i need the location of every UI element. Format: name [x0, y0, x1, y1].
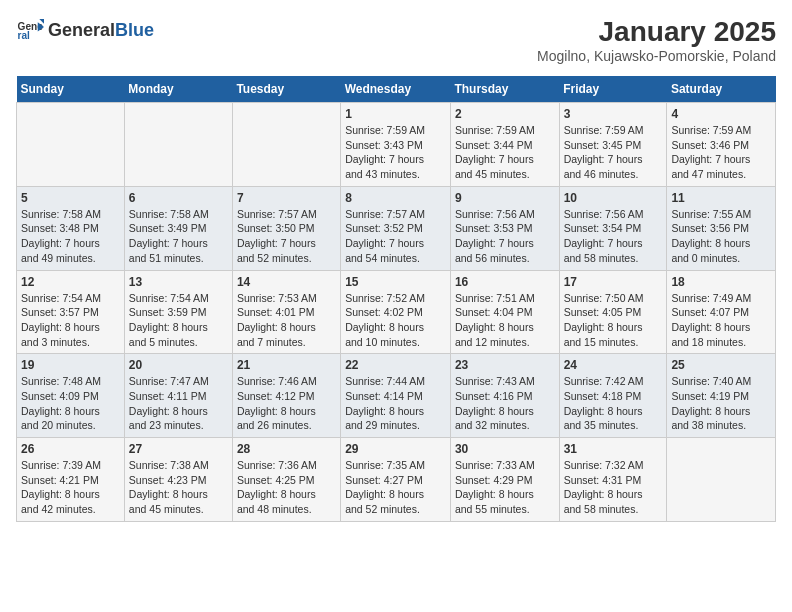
calendar-week-row: 12Sunrise: 7:54 AM Sunset: 3:57 PM Dayli… — [17, 270, 776, 354]
calendar-cell — [17, 103, 125, 187]
day-info: Sunrise: 7:55 AM Sunset: 3:56 PM Dayligh… — [671, 207, 771, 266]
calendar-cell — [667, 438, 776, 522]
day-number: 13 — [129, 275, 228, 289]
calendar-cell: 3Sunrise: 7:59 AM Sunset: 3:45 PM Daylig… — [559, 103, 667, 187]
day-number: 9 — [455, 191, 555, 205]
day-number: 3 — [564, 107, 663, 121]
calendar-cell: 9Sunrise: 7:56 AM Sunset: 3:53 PM Daylig… — [450, 186, 559, 270]
day-number: 7 — [237, 191, 336, 205]
calendar-cell: 17Sunrise: 7:50 AM Sunset: 4:05 PM Dayli… — [559, 270, 667, 354]
calendar-cell: 24Sunrise: 7:42 AM Sunset: 4:18 PM Dayli… — [559, 354, 667, 438]
day-info: Sunrise: 7:49 AM Sunset: 4:07 PM Dayligh… — [671, 291, 771, 350]
day-number: 19 — [21, 358, 120, 372]
day-number: 4 — [671, 107, 771, 121]
day-info: Sunrise: 7:46 AM Sunset: 4:12 PM Dayligh… — [237, 374, 336, 433]
logo-text-blue: Blue — [115, 20, 154, 41]
day-info: Sunrise: 7:50 AM Sunset: 4:05 PM Dayligh… — [564, 291, 663, 350]
day-number: 28 — [237, 442, 336, 456]
day-number: 31 — [564, 442, 663, 456]
calendar-cell: 29Sunrise: 7:35 AM Sunset: 4:27 PM Dayli… — [341, 438, 451, 522]
calendar-cell: 6Sunrise: 7:58 AM Sunset: 3:49 PM Daylig… — [124, 186, 232, 270]
day-info: Sunrise: 7:44 AM Sunset: 4:14 PM Dayligh… — [345, 374, 446, 433]
day-number: 29 — [345, 442, 446, 456]
calendar-cell: 23Sunrise: 7:43 AM Sunset: 4:16 PM Dayli… — [450, 354, 559, 438]
header-friday: Friday — [559, 76, 667, 103]
day-info: Sunrise: 7:58 AM Sunset: 3:48 PM Dayligh… — [21, 207, 120, 266]
calendar-cell: 11Sunrise: 7:55 AM Sunset: 3:56 PM Dayli… — [667, 186, 776, 270]
day-info: Sunrise: 7:57 AM Sunset: 3:50 PM Dayligh… — [237, 207, 336, 266]
day-number: 27 — [129, 442, 228, 456]
day-info: Sunrise: 7:54 AM Sunset: 3:57 PM Dayligh… — [21, 291, 120, 350]
day-number: 8 — [345, 191, 446, 205]
day-number: 22 — [345, 358, 446, 372]
calendar-cell: 26Sunrise: 7:39 AM Sunset: 4:21 PM Dayli… — [17, 438, 125, 522]
calendar-cell: 28Sunrise: 7:36 AM Sunset: 4:25 PM Dayli… — [232, 438, 340, 522]
day-info: Sunrise: 7:59 AM Sunset: 3:44 PM Dayligh… — [455, 123, 555, 182]
day-number: 24 — [564, 358, 663, 372]
calendar-cell: 21Sunrise: 7:46 AM Sunset: 4:12 PM Dayli… — [232, 354, 340, 438]
logo-text-general: General — [48, 20, 115, 41]
day-info: Sunrise: 7:54 AM Sunset: 3:59 PM Dayligh… — [129, 291, 228, 350]
day-info: Sunrise: 7:42 AM Sunset: 4:18 PM Dayligh… — [564, 374, 663, 433]
day-info: Sunrise: 7:33 AM Sunset: 4:29 PM Dayligh… — [455, 458, 555, 517]
day-info: Sunrise: 7:40 AM Sunset: 4:19 PM Dayligh… — [671, 374, 771, 433]
header-sunday: Sunday — [17, 76, 125, 103]
calendar-cell: 25Sunrise: 7:40 AM Sunset: 4:19 PM Dayli… — [667, 354, 776, 438]
day-info: Sunrise: 7:52 AM Sunset: 4:02 PM Dayligh… — [345, 291, 446, 350]
calendar-cell: 27Sunrise: 7:38 AM Sunset: 4:23 PM Dayli… — [124, 438, 232, 522]
calendar-week-row: 19Sunrise: 7:48 AM Sunset: 4:09 PM Dayli… — [17, 354, 776, 438]
day-number: 1 — [345, 107, 446, 121]
day-number: 12 — [21, 275, 120, 289]
calendar-cell: 31Sunrise: 7:32 AM Sunset: 4:31 PM Dayli… — [559, 438, 667, 522]
day-number: 6 — [129, 191, 228, 205]
day-info: Sunrise: 7:58 AM Sunset: 3:49 PM Dayligh… — [129, 207, 228, 266]
day-number: 26 — [21, 442, 120, 456]
page-title: January 2025 — [537, 16, 776, 48]
day-number: 14 — [237, 275, 336, 289]
day-info: Sunrise: 7:59 AM Sunset: 3:43 PM Dayligh… — [345, 123, 446, 182]
calendar-cell: 13Sunrise: 7:54 AM Sunset: 3:59 PM Dayli… — [124, 270, 232, 354]
day-number: 5 — [21, 191, 120, 205]
calendar-cell: 8Sunrise: 7:57 AM Sunset: 3:52 PM Daylig… — [341, 186, 451, 270]
page-subtitle: Mogilno, Kujawsko-Pomorskie, Poland — [537, 48, 776, 64]
day-number: 2 — [455, 107, 555, 121]
day-info: Sunrise: 7:59 AM Sunset: 3:45 PM Dayligh… — [564, 123, 663, 182]
logo: Gene ral GeneralBlue — [16, 16, 154, 44]
day-number: 16 — [455, 275, 555, 289]
header-wednesday: Wednesday — [341, 76, 451, 103]
day-number: 21 — [237, 358, 336, 372]
logo-icon: Gene ral — [16, 16, 44, 44]
calendar-cell: 7Sunrise: 7:57 AM Sunset: 3:50 PM Daylig… — [232, 186, 340, 270]
day-info: Sunrise: 7:48 AM Sunset: 4:09 PM Dayligh… — [21, 374, 120, 433]
calendar-header-row: SundayMondayTuesdayWednesdayThursdayFrid… — [17, 76, 776, 103]
page-header: Gene ral GeneralBlue January 2025 Mogiln… — [16, 16, 776, 64]
day-info: Sunrise: 7:39 AM Sunset: 4:21 PM Dayligh… — [21, 458, 120, 517]
day-info: Sunrise: 7:53 AM Sunset: 4:01 PM Dayligh… — [237, 291, 336, 350]
day-number: 10 — [564, 191, 663, 205]
day-info: Sunrise: 7:59 AM Sunset: 3:46 PM Dayligh… — [671, 123, 771, 182]
calendar-cell — [124, 103, 232, 187]
day-number: 23 — [455, 358, 555, 372]
calendar-cell: 19Sunrise: 7:48 AM Sunset: 4:09 PM Dayli… — [17, 354, 125, 438]
calendar-cell — [232, 103, 340, 187]
calendar-cell: 20Sunrise: 7:47 AM Sunset: 4:11 PM Dayli… — [124, 354, 232, 438]
calendar-table: SundayMondayTuesdayWednesdayThursdayFrid… — [16, 76, 776, 522]
day-number: 17 — [564, 275, 663, 289]
calendar-cell: 12Sunrise: 7:54 AM Sunset: 3:57 PM Dayli… — [17, 270, 125, 354]
title-block: January 2025 Mogilno, Kujawsko-Pomorskie… — [537, 16, 776, 64]
day-info: Sunrise: 7:36 AM Sunset: 4:25 PM Dayligh… — [237, 458, 336, 517]
calendar-cell: 4Sunrise: 7:59 AM Sunset: 3:46 PM Daylig… — [667, 103, 776, 187]
header-monday: Monday — [124, 76, 232, 103]
calendar-cell: 5Sunrise: 7:58 AM Sunset: 3:48 PM Daylig… — [17, 186, 125, 270]
calendar-cell: 1Sunrise: 7:59 AM Sunset: 3:43 PM Daylig… — [341, 103, 451, 187]
day-info: Sunrise: 7:43 AM Sunset: 4:16 PM Dayligh… — [455, 374, 555, 433]
calendar-cell: 16Sunrise: 7:51 AM Sunset: 4:04 PM Dayli… — [450, 270, 559, 354]
calendar-cell: 14Sunrise: 7:53 AM Sunset: 4:01 PM Dayli… — [232, 270, 340, 354]
day-info: Sunrise: 7:51 AM Sunset: 4:04 PM Dayligh… — [455, 291, 555, 350]
calendar-cell: 2Sunrise: 7:59 AM Sunset: 3:44 PM Daylig… — [450, 103, 559, 187]
header-saturday: Saturday — [667, 76, 776, 103]
calendar-cell: 30Sunrise: 7:33 AM Sunset: 4:29 PM Dayli… — [450, 438, 559, 522]
day-info: Sunrise: 7:38 AM Sunset: 4:23 PM Dayligh… — [129, 458, 228, 517]
header-tuesday: Tuesday — [232, 76, 340, 103]
header-thursday: Thursday — [450, 76, 559, 103]
